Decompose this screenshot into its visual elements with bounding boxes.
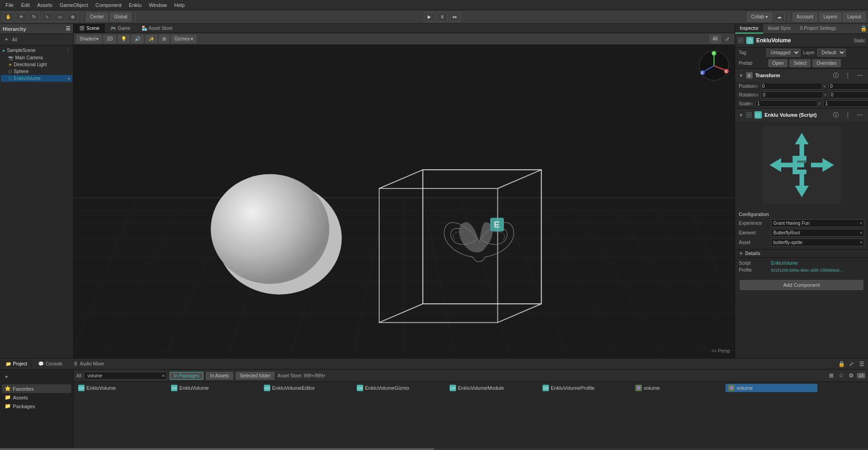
hierarchy-item-light[interactable]: ☀ Directional Light — [1, 61, 72, 68]
result-item-volume-1[interactable]: 🔮 volume — [633, 384, 725, 392]
sidebar-assets[interactable]: 📁 Assets — [2, 393, 71, 402]
rotation-y-input[interactable] — [829, 91, 868, 98]
sidebar-packages[interactable]: 📁 Packages — [2, 402, 71, 410]
enklu-script-header[interactable]: ▼ ⬡ Enklu Volume (Script) ⓘ ⋮ ⋯ — [735, 108, 868, 121]
position-y-input[interactable] — [828, 83, 868, 90]
prefab-open-btn[interactable]: Open — [768, 59, 788, 67]
account-button[interactable]: Account — [793, 12, 817, 22]
profile-field-value[interactable]: 821f1345-b89a-4bec-afd9-15fb869a5... — [771, 268, 843, 273]
enklu-script-menu-btn[interactable]: ⋮ — [843, 110, 852, 120]
result-item-volume-2[interactable]: 🔮 volume — [725, 384, 817, 392]
bottom-lock-btn[interactable]: 🔒 — [837, 359, 846, 369]
add-component-button[interactable]: Add Component — [740, 280, 863, 290]
menu-edit[interactable]: Edit — [17, 1, 34, 9]
pivot-mode-btn[interactable]: Center — [86, 12, 108, 22]
hierarchy-add-btn[interactable]: + — [2, 35, 11, 44]
layers-button[interactable]: Layers — [819, 12, 841, 22]
pause-button[interactable]: ⏸ — [437, 12, 448, 22]
2d-toggle[interactable]: 2D — [103, 35, 116, 43]
scene-view[interactable]: E Y X Z — [74, 45, 735, 358]
prefab-select-btn[interactable]: Select — [789, 59, 811, 67]
scene-overlay-btn[interactable]: ⊞ — [159, 35, 169, 43]
scale-x-input[interactable] — [755, 100, 817, 107]
transform-info-btn[interactable]: ⓘ — [831, 71, 840, 80]
menu-file[interactable]: File — [2, 1, 17, 9]
tab-asset-store[interactable]: 🏪 Asset Store — [136, 24, 178, 33]
tab-project[interactable]: 📁 Project — [0, 360, 33, 368]
shading-dropdown[interactable]: Shaded ▾ — [76, 35, 102, 43]
object-name[interactable]: EnkluVolume — [756, 37, 851, 44]
hierarchy-item-camera[interactable]: 📷 Main Camera — [1, 54, 72, 61]
panel-lock-btn[interactable]: 🔒 — [859, 24, 868, 33]
menu-gameobject[interactable]: GameObject — [56, 1, 92, 9]
rotation-x-input[interactable] — [761, 91, 823, 98]
tab-project-settings[interactable]: 0 Project Settings — [795, 24, 840, 34]
enklu-enabled-checkbox[interactable] — [746, 112, 752, 118]
menu-component[interactable]: Component — [91, 1, 125, 9]
scene-effects-btn[interactable]: ✨ — [145, 35, 157, 43]
search-options-btn[interactable]: ⚙ — [847, 371, 856, 380]
favorite-btn[interactable]: ☆ — [837, 371, 846, 380]
menu-window[interactable]: Window — [145, 1, 171, 9]
search-input[interactable] — [84, 372, 167, 380]
tab-scene[interactable]: 🎬 Scene — [74, 24, 105, 33]
enklu-script-info-btn[interactable]: ⓘ — [831, 110, 840, 120]
filter-in-assets[interactable]: In Assets — [206, 372, 233, 380]
result-item-enklu-gizmo[interactable]: C# EnkluVolumeGizmo — [354, 384, 446, 392]
collab-button[interactable]: Collab ▾ — [747, 12, 772, 22]
all-objects-btn[interactable]: All — [709, 35, 721, 43]
tab-game[interactable]: 🎮 Game — [105, 24, 136, 33]
hierarchy-scene[interactable]: ▸ SampleScene ⋮ — [1, 46, 72, 54]
layer-dropdown[interactable]: Default — [817, 49, 846, 57]
object-active-checkbox[interactable] — [738, 38, 743, 43]
tab-asset-sync[interactable]: Asset Sync — [763, 24, 795, 34]
cloud-button[interactable]: ☁ — [774, 12, 785, 22]
result-item-enklu-volume-1[interactable]: C# EnkluVolume — [75, 384, 167, 392]
scene-menu-icon[interactable]: ⋮ — [65, 47, 70, 53]
scene-lighting-btn[interactable]: 💡 — [118, 35, 130, 43]
tag-dropdown[interactable]: Untagged — [766, 49, 800, 57]
enklu-script-more-btn[interactable]: ⋯ — [855, 110, 864, 120]
space-mode-btn[interactable]: Global — [110, 12, 131, 22]
tab-audio-mixer[interactable]: 🎚 Audio Mixer — [68, 360, 110, 368]
transform-tool[interactable]: ⊕ — [67, 12, 78, 22]
result-item-enklu-volume-2[interactable]: C# EnkluVolume — [168, 384, 260, 392]
layout-button[interactable]: Layout — [843, 12, 865, 22]
filter-selected-folder[interactable]: Selected folder — [236, 372, 275, 380]
scale-tool[interactable]: ⤡ — [41, 12, 52, 22]
scene-maximize-btn[interactable]: ⤢ — [723, 34, 732, 44]
menu-assets[interactable]: Assets — [34, 1, 56, 9]
view-icon-btn[interactable]: ⊞ — [827, 371, 836, 380]
prefab-overrides-btn[interactable]: Overrides — [812, 59, 840, 67]
sidebar-favorites[interactable]: ⭐ Favorites — [2, 384, 71, 393]
gizmos-btn[interactable]: Gizmos ▾ — [171, 35, 196, 43]
project-add-btn[interactable]: + — [2, 372, 11, 382]
rect-tool[interactable]: ▭ — [54, 12, 65, 22]
hierarchy-item-sphere[interactable]: ⬡ Sphere — [1, 68, 72, 75]
menu-enklu[interactable]: Enklu — [125, 1, 145, 9]
experience-value-field[interactable]: Grant Having Fun ▾ — [771, 219, 864, 227]
result-item-enklu-module[interactable]: C# EnkluVolumeModule — [447, 384, 539, 392]
transform-component-header[interactable]: ▼ ⊞ Transform ⓘ ⋮ ⋯ — [735, 68, 868, 82]
script-field-value[interactable]: EnkluVolume — [771, 261, 864, 266]
details-toggle[interactable]: ▼ Details — [735, 249, 868, 257]
hierarchy-item-enklu[interactable]: ⬡ EnkluVolume ▸ — [1, 75, 72, 82]
move-tool[interactable]: ✛ — [16, 12, 27, 22]
bottom-menu-btn[interactable]: ☰ — [857, 359, 866, 369]
tab-console[interactable]: 💬 Console — [33, 360, 68, 368]
rotate-tool[interactable]: ↻ — [29, 12, 40, 22]
result-item-enklu-editor[interactable]: C# EnkluVolumeEditor — [261, 384, 353, 392]
menu-help[interactable]: Help — [171, 1, 188, 9]
transform-menu-btn[interactable]: ⋮ — [843, 71, 852, 80]
step-button[interactable]: ⏭ — [450, 12, 461, 22]
play-button[interactable]: ▶ — [424, 12, 435, 22]
result-item-enklu-profile[interactable]: C# EnkluVolumeProfile — [540, 384, 632, 392]
position-x-input[interactable] — [760, 83, 822, 90]
transform-more-btn[interactable]: ⋯ — [855, 71, 864, 80]
filter-in-packages[interactable]: In Packages — [170, 372, 203, 380]
element-value-field[interactable]: ButterflyRoot ▾ — [771, 229, 864, 237]
tab-inspector[interactable]: Inspector — [735, 24, 763, 34]
bottom-maximize-btn[interactable]: ⤢ — [847, 359, 856, 369]
hand-tool[interactable]: ✋ — [3, 12, 14, 22]
search-clear-btn[interactable]: ✕ — [161, 373, 165, 378]
